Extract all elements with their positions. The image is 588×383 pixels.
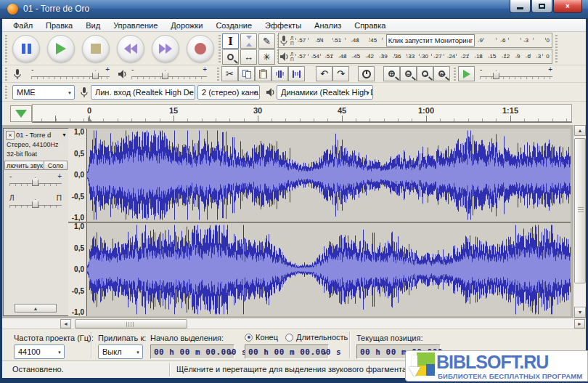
skip-to-start-icon: [124, 44, 137, 54]
fit-selection-button[interactable]: ↔: [417, 66, 433, 81]
scroll-left-button[interactable]: ◄: [60, 319, 71, 328]
playback-device-dropdown[interactable]: Динамики (Realtek High D▼: [277, 85, 373, 100]
scroll-right-button[interactable]: ►: [574, 319, 585, 328]
track-pan-thumb[interactable]: [32, 199, 38, 208]
toolbar-grip[interactable]: [217, 68, 219, 81]
snap-to-dropdown[interactable]: Выкл▼: [98, 344, 143, 359]
recording-device-dropdown[interactable]: Лин. вход (Realtek High De▼: [91, 85, 195, 100]
draw-tool-button[interactable]: ✎: [258, 33, 275, 49]
toolbar-grip[interactable]: [555, 35, 558, 63]
undo-icon: ↶: [320, 68, 328, 79]
menu-effects[interactable]: Эффекты: [258, 20, 308, 31]
zoom-out-button[interactable]: −: [400, 66, 417, 81]
track-close-button[interactable]: ×: [6, 131, 15, 140]
toolbar-grip[interactable]: [454, 68, 456, 81]
redo-button[interactable]: ↷: [332, 66, 349, 81]
playback-speed-slider[interactable]: - +: [480, 70, 552, 80]
selection-end-time[interactable]: 00 h 00 m 00.000 s▼: [245, 344, 329, 359]
pause-button[interactable]: [12, 35, 40, 63]
dropdown-arrow-icon: ▼: [68, 91, 72, 95]
selection-tool-button[interactable]: I: [222, 33, 239, 49]
menu-transport[interactable]: Управление: [107, 20, 164, 31]
record-meter[interactable]: ЛП -57-54-51-48-45-42 -18-15-12-9-6-30 К…: [278, 33, 552, 48]
vertical-ruler-channel2[interactable]: 1,00,50,0-0,5-1,0: [68, 223, 87, 316]
playback-speed-thumb[interactable]: [493, 70, 499, 79]
track-control-panel[interactable]: × 01 - Torre d▼ Стерео, 44100Hz 32-bit f…: [3, 128, 68, 316]
selection-end-radio[interactable]: Конец: [245, 333, 278, 342]
undo-button[interactable]: ↶: [316, 66, 332, 81]
track-collapse-button[interactable]: ▲: [15, 304, 57, 313]
play-icon: [56, 43, 66, 55]
toolbar-grip[interactable]: [5, 86, 7, 99]
speaker-icon: [117, 68, 127, 80]
horizontal-scroll-thumb[interactable]: [75, 319, 187, 328]
recording-channels-dropdown[interactable]: 2 (стерео) кана.▼: [197, 85, 260, 100]
playback-volume-slider[interactable]: - +: [131, 70, 207, 80]
skip-to-end-button[interactable]: [152, 35, 179, 63]
fit-project-button[interactable]: ⇿: [433, 66, 450, 81]
vertical-scrollbar[interactable]: ▲ ▼: [573, 125, 586, 318]
title-bar[interactable]: 01 - Torre de Oro ×: [0, 0, 588, 19]
recording-volume-slider[interactable]: - +: [31, 70, 110, 80]
selection-start-time[interactable]: 00 h 00 m 00.000 s▼: [150, 344, 234, 359]
toolbar-grip[interactable]: [5, 35, 7, 63]
waveform-channel1[interactable]: [87, 129, 571, 222]
zoom-in-button[interactable]: +: [383, 66, 400, 81]
mute-button[interactable]: лючить звук: [4, 161, 45, 170]
stop-button[interactable]: [82, 35, 110, 63]
cut-button[interactable]: ✂: [221, 66, 238, 81]
vertical-scroll-thumb[interactable]: [574, 138, 586, 283]
toolbar-grip[interactable]: [5, 68, 7, 81]
track-title-menu[interactable]: 01 - Torre d▼: [16, 131, 67, 140]
toolbar-grip[interactable]: [219, 35, 221, 63]
time-shift-tool-button[interactable]: ↔: [240, 49, 257, 65]
minimize-button[interactable]: [510, 0, 531, 13]
recording-volume-thumb[interactable]: [92, 70, 99, 79]
close-button[interactable]: ×: [553, 0, 582, 13]
maximize-button[interactable]: [531, 0, 552, 13]
skip-to-end-icon: [159, 44, 172, 54]
scroll-up-button[interactable]: ▲: [574, 125, 586, 136]
vertical-ruler-channel1[interactable]: 1,00,50,0-0,5-1,0: [68, 129, 87, 222]
track-pan-slider[interactable]: Л П: [9, 198, 62, 209]
copy-icon: [242, 70, 251, 78]
audio-host-dropdown[interactable]: MME▼: [12, 85, 75, 100]
zoom-tool-button[interactable]: [222, 49, 239, 65]
paste-button[interactable]: [255, 66, 271, 81]
menu-tracks[interactable]: Дорожки: [164, 20, 209, 31]
project-rate-dropdown[interactable]: 44100▼: [14, 344, 65, 359]
solo-button[interactable]: Соло: [44, 161, 68, 170]
timer-record-button[interactable]: [358, 66, 375, 81]
menu-generate[interactable]: Создание: [209, 20, 258, 31]
microphone-icon: [79, 86, 89, 98]
selection-length-radio[interactable]: Длительность: [285, 333, 348, 342]
horizontal-scrollbar[interactable]: ◄ ►: [2, 318, 586, 328]
menu-help[interactable]: Справка: [348, 20, 392, 31]
scroll-down-button[interactable]: ▼: [574, 307, 586, 318]
multi-tool-button[interactable]: ✳: [258, 49, 275, 65]
fit-project-icon: ⇿: [438, 70, 445, 77]
menu-edit[interactable]: Правка: [39, 20, 79, 31]
menu-file[interactable]: Файл: [7, 20, 39, 31]
quick-play-button[interactable]: [10, 105, 32, 122]
track-gain-slider[interactable]: - +: [9, 177, 62, 187]
play-at-speed-button[interactable]: [458, 66, 475, 81]
waveform-channel2[interactable]: [87, 223, 571, 316]
silence-audio-button[interactable]: [288, 66, 305, 81]
copy-button[interactable]: [238, 66, 255, 81]
play-button[interactable]: [47, 35, 75, 63]
envelope-tool-button[interactable]: [240, 33, 257, 49]
record-button[interactable]: [187, 35, 214, 63]
pan-right-label: П: [57, 194, 62, 202]
timeline-ruler[interactable]: 0 15 30 45 1:00 1:15: [32, 104, 572, 123]
playback-volume-thumb[interactable]: [162, 70, 168, 79]
track-gain-thumb[interactable]: [32, 177, 38, 186]
status-divider: [169, 363, 171, 376]
skip-to-start-button[interactable]: [117, 35, 144, 63]
time-shift-tool-icon: ↔: [244, 52, 253, 63]
selection-start-marker[interactable]: [88, 116, 92, 121]
trim-audio-button[interactable]: [271, 66, 288, 81]
playback-meter[interactable]: ЛП -57-54-51-48-45-42-39-36-33-30-27-24-…: [278, 49, 552, 64]
menu-analyze[interactable]: Анализ: [308, 20, 348, 31]
menu-view[interactable]: Вид: [79, 20, 107, 31]
